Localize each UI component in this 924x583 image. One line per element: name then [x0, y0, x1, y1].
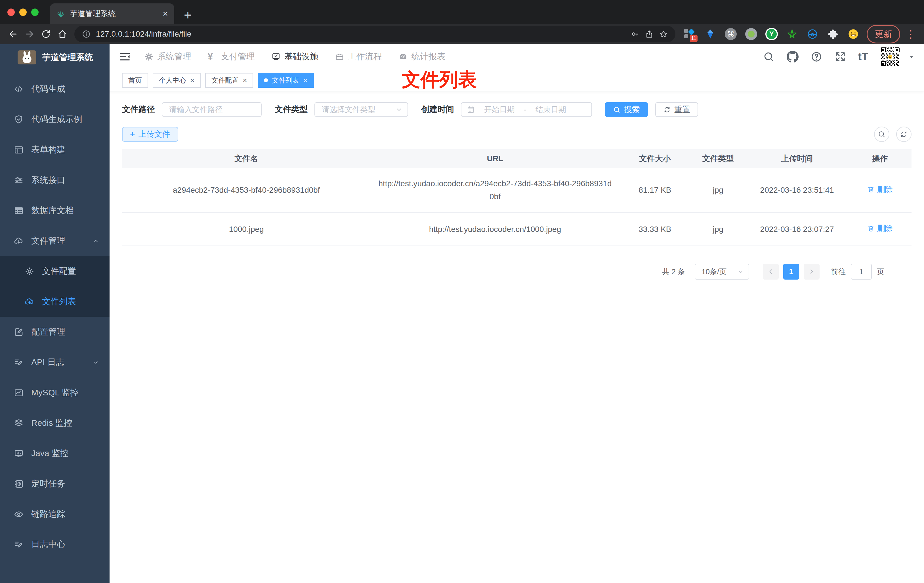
extension-y-icon[interactable]: Y [765, 28, 778, 41]
address-bar[interactable]: 127.0.0.1:1024/infra/file/file [74, 26, 675, 42]
end-date-input[interactable] [529, 105, 573, 114]
db-grid-icon [13, 205, 24, 216]
app-shell: 芋道管理系统 代码生成 代码生成示例 表单构建 系统接口 数据库文档 文件管理 … [0, 44, 924, 583]
sidebar-item-10[interactable]: MySQL 监控 [0, 378, 109, 408]
browser-tab-title: 芋道管理系统 [70, 8, 116, 19]
file-path-input[interactable] [162, 102, 262, 117]
fullscreen-icon[interactable] [834, 51, 846, 63]
sidebar-logo-row[interactable]: 芋道管理系统 [0, 44, 109, 70]
cell-file-name: 1000.jpeg [122, 213, 371, 246]
bookmark-star-icon[interactable] [659, 30, 668, 39]
reload-icon[interactable] [39, 27, 53, 41]
tag-3[interactable]: 文件列表 × [258, 73, 314, 88]
browser-menu-icon[interactable]: ⋮ [905, 29, 916, 40]
tag-2[interactable]: 文件配置 × [205, 73, 253, 88]
sidebar-item-11[interactable]: Redis 监控 [0, 408, 109, 438]
search-icon[interactable] [763, 51, 775, 63]
sidebar-collapse-icon[interactable] [119, 51, 131, 63]
top-nav-item-0[interactable]: 系统管理 [144, 51, 191, 63]
sidebar-item-label: 文件配置 [42, 265, 76, 277]
cell-file-size: 81.17 KB [619, 168, 690, 213]
extension-gem-icon[interactable] [704, 28, 717, 41]
delete-button[interactable]: 删除 [867, 222, 893, 235]
delete-button[interactable]: 删除 [867, 183, 893, 196]
sidebar-item-5[interactable]: 文件管理 [0, 226, 109, 256]
close-icon[interactable]: × [190, 77, 195, 84]
new-tab-button[interactable]: + [180, 6, 196, 24]
close-icon[interactable]: × [243, 77, 247, 84]
sidebar-item-9[interactable]: API 日志 [0, 347, 109, 378]
page-size-select[interactable]: 10条/页 [695, 264, 749, 279]
top-nav-item-1[interactable]: ¥ 支付管理 [208, 51, 255, 63]
chart-box-icon [13, 388, 24, 398]
sidebar-item-8[interactable]: 配置管理 [0, 317, 109, 347]
browser-update-button[interactable]: 更新 [867, 25, 900, 43]
upload-file-button[interactable]: + 上传文件 [122, 127, 178, 142]
window-close-button[interactable] [7, 8, 15, 16]
sidebar-item-label: 定时任务 [31, 478, 65, 490]
show-search-button[interactable] [874, 127, 889, 142]
page-size-value: 10条/页 [701, 267, 726, 277]
column-header: 上传时间 [746, 149, 848, 168]
sidebar-item-7[interactable]: 文件列表 [0, 286, 109, 317]
top-nav-label: 基础设施 [284, 51, 318, 63]
back-icon[interactable] [6, 27, 20, 41]
extension-eye-icon[interactable] [806, 28, 819, 41]
page-number-button[interactable]: 1 [783, 264, 799, 279]
text-size-icon[interactable]: tT [858, 51, 868, 63]
extension-emoji-icon[interactable] [847, 28, 860, 41]
site-info-icon[interactable] [82, 30, 91, 39]
sidebar-item-label: Java 监控 [31, 448, 69, 459]
extension-command-icon[interactable]: ⌘ [724, 28, 737, 41]
forward-icon[interactable] [22, 27, 37, 41]
cell-upload-time: 2022-03-16 23:51:41 [746, 168, 848, 213]
tab-close-icon[interactable]: × [163, 9, 168, 18]
next-page-button[interactable] [804, 264, 820, 279]
total-count: 共 2 条 [662, 267, 685, 277]
home-icon[interactable] [55, 27, 70, 41]
top-nav-item-2[interactable]: 基础设施 [271, 51, 318, 63]
extension-dot-icon[interactable] [745, 28, 758, 41]
file-path-label: 文件路径 [122, 104, 155, 115]
start-date-input[interactable] [478, 105, 521, 114]
close-icon[interactable]: × [303, 77, 307, 84]
window-minimize-button[interactable] [19, 8, 27, 16]
extension-pin-icon[interactable]: 11 [683, 28, 696, 41]
sidebar-item-12[interactable]: Java 监控 [0, 438, 109, 469]
sidebar-item-14[interactable]: 链路追踪 [0, 499, 109, 529]
sidebar-item-6[interactable]: 文件配置 [0, 256, 109, 286]
top-nav-item-3[interactable]: 工作流程 [335, 51, 382, 63]
window-zoom-button[interactable] [31, 8, 39, 16]
help-icon[interactable] [810, 51, 822, 63]
top-nav-item-4[interactable]: 统计报表 [398, 51, 446, 63]
log-edit-icon [13, 540, 24, 550]
qr-avatar[interactable] [880, 47, 900, 67]
extension-star-icon[interactable] [785, 28, 799, 41]
refresh-table-button[interactable] [896, 127, 911, 142]
browser-tab[interactable]: 芋道管理系统 × [50, 3, 174, 24]
tag-0[interactable]: 首页 [122, 73, 148, 88]
sidebar-item-13[interactable]: 定时任务 [0, 469, 109, 499]
sidebar-item-3[interactable]: 系统接口 [0, 165, 109, 195]
sidebar-item-4[interactable]: 数据库文档 [0, 195, 109, 226]
sidebar-item-2[interactable]: 表单构建 [0, 135, 109, 165]
tag-1[interactable]: 个人中心 × [153, 73, 201, 88]
reset-button[interactable]: 重置 [655, 102, 698, 117]
password-key-icon[interactable] [630, 30, 640, 39]
avatar-caret-icon[interactable] [908, 53, 915, 60]
table-row: a294ecb2-73dd-4353-bf40-296b8931d0bf htt… [122, 168, 911, 213]
github-icon[interactable] [787, 51, 799, 63]
search-button[interactable]: 搜索 [605, 102, 648, 117]
cloud-upload-icon [25, 297, 35, 307]
extension-puzzle-icon[interactable] [827, 28, 840, 41]
prev-page-button[interactable] [763, 264, 779, 279]
date-range-picker[interactable]: - [461, 102, 592, 117]
sidebar-item-0[interactable]: 代码生成 [0, 74, 109, 104]
goto-page-input[interactable] [851, 264, 872, 279]
cell-file-type: jpg [690, 168, 746, 213]
sidebar-item-1[interactable]: 代码生成示例 [0, 104, 109, 135]
sidebar-menu: 代码生成 代码生成示例 表单构建 系统接口 数据库文档 文件管理 文件配置 文件… [0, 70, 109, 560]
sidebar-item-15[interactable]: 日志中心 [0, 529, 109, 560]
file-type-select[interactable]: 请选择文件类型 [314, 102, 408, 117]
share-icon[interactable] [645, 30, 654, 39]
